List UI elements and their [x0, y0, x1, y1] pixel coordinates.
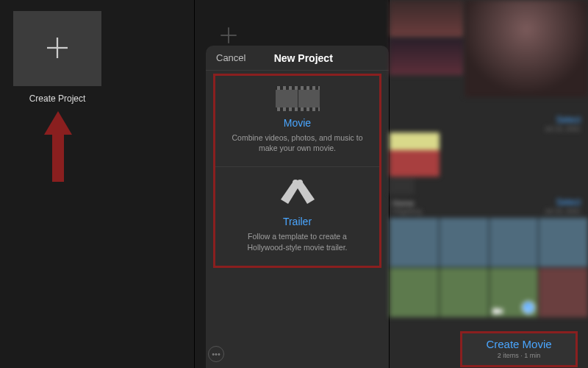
media-cell[interactable]: [490, 268, 539, 317]
media-cell[interactable]: [440, 268, 489, 317]
sheet-title: New Project: [228, 52, 379, 64]
create-movie-meta: 2 items · 1 min: [462, 352, 576, 359]
media-cell[interactable]: [539, 218, 588, 267]
create-movie-label: Create Movie: [462, 338, 576, 350]
thumbnail[interactable]: [390, 38, 463, 75]
media-grid: [390, 218, 588, 317]
trailer-option[interactable]: Trailer Follow a template to create a Ho…: [215, 166, 379, 265]
plus-icon: [42, 32, 73, 66]
section-title: Home: [392, 199, 422, 208]
section-date: Jul 10, 2021: [545, 208, 581, 215]
media-picker-background: Select Jul 10, 2021 Home Magalang Select…: [390, 0, 588, 368]
more-icon[interactable]: •••: [208, 346, 224, 362]
step2-panel: Cancel New Project Movie Combine videos,…: [195, 0, 390, 368]
media-cell[interactable]: [390, 218, 439, 267]
step1-panel: Create Project: [0, 0, 195, 368]
spotlights-icon: [279, 177, 316, 210]
section-subtitle: Magalang: [392, 208, 422, 215]
media-cell[interactable]: [539, 268, 588, 317]
video-icon: [492, 307, 503, 314]
trailer-title: Trailer: [229, 216, 366, 227]
select-button[interactable]: Select: [545, 115, 581, 125]
movie-option[interactable]: Movie Combine videos, photos, and music …: [215, 76, 379, 166]
svg-marker-2: [44, 111, 72, 182]
section-date: Jul 10, 2021: [545, 125, 581, 132]
trailer-desc: Follow a template to create a Hollywood-…: [229, 231, 366, 252]
media-cell[interactable]: [390, 268, 439, 317]
project-type-options: Movie Combine videos, photos, and music …: [213, 74, 381, 268]
filmstrip-icon: [276, 86, 320, 111]
thumbnail[interactable]: [390, 178, 415, 194]
create-movie-button[interactable]: Create Movie 2 items · 1 min: [460, 331, 578, 367]
annotation-arrow-up: [44, 111, 72, 184]
create-project-tile[interactable]: [13, 11, 101, 86]
create-project-label: Create Project: [13, 93, 101, 104]
new-project-sheet: Cancel New Project Movie Combine videos,…: [206, 46, 389, 368]
selected-checkmark-icon: [522, 301, 535, 314]
svg-point-8: [297, 180, 303, 185]
thumbnail[interactable]: [390, 0, 463, 37]
sheet-header: Cancel New Project: [206, 46, 389, 71]
media-cell[interactable]: [440, 218, 489, 267]
movie-desc: Combine videos, photos, and music to mak…: [229, 132, 366, 153]
thumbnail[interactable]: [390, 132, 440, 177]
svg-marker-10: [499, 308, 503, 314]
select-button[interactable]: Select: [545, 197, 581, 208]
movie-title: Movie: [229, 117, 366, 129]
media-cell[interactable]: [490, 218, 539, 267]
thumbnail[interactable]: [465, 0, 588, 97]
svg-rect-9: [492, 308, 499, 314]
step3-panel: Select Jul 10, 2021 Home Magalang Select…: [390, 0, 588, 368]
